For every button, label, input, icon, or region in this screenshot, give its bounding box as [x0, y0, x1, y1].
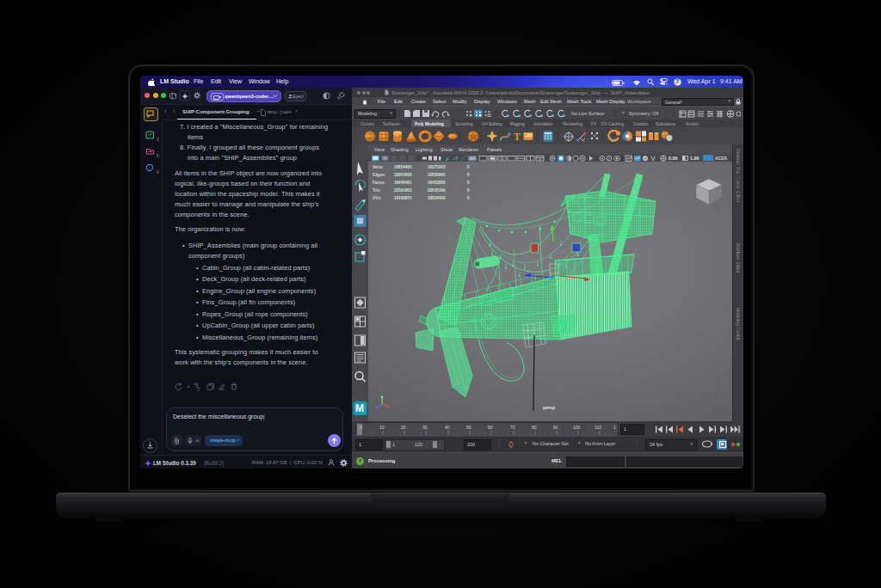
svg-text:M: M	[355, 402, 364, 414]
svg-text:T: T	[514, 131, 521, 143]
